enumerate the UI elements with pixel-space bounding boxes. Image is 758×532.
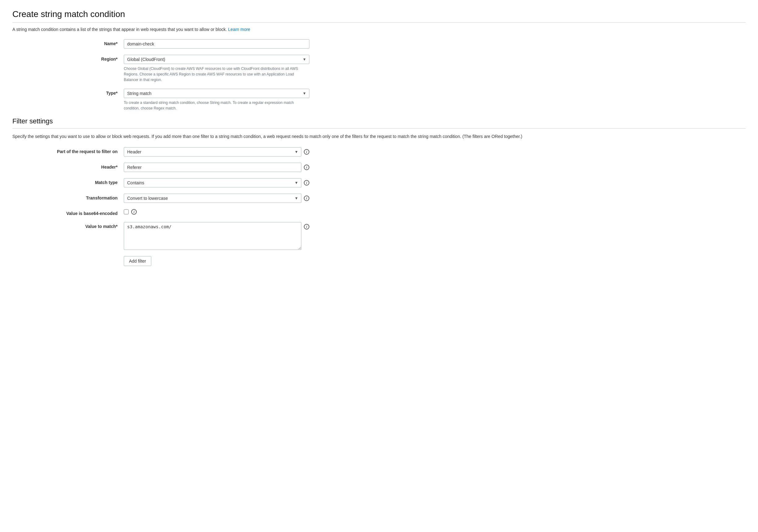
- page-description: A string match condition contains a list…: [12, 27, 746, 32]
- transformation-row: Transformation Convert to lowercase HTML…: [12, 194, 746, 203]
- name-input[interactable]: [124, 39, 309, 49]
- region-row: Region* Global (CloudFront) US East (N. …: [12, 55, 746, 83]
- value-textarea[interactable]: s3.amazonaws.com/: [124, 222, 301, 250]
- transformation-control: Convert to lowercase HTML decode URL dec…: [124, 194, 309, 203]
- transformation-select[interactable]: Convert to lowercase HTML decode URL dec…: [124, 194, 301, 203]
- header-row: Header* i: [12, 163, 746, 172]
- match-type-control: Contains Exactly matches Starts with End…: [124, 178, 309, 187]
- part-control: Header HTTP method Query string URI Body…: [124, 147, 309, 156]
- base64-checkbox-wrapper: [124, 209, 129, 214]
- base64-label: Value is base64-encoded: [12, 209, 124, 216]
- type-row: Type* String match Regex match ▼ To crea…: [12, 89, 746, 111]
- match-type-info-icon[interactable]: i: [304, 180, 309, 185]
- add-filter-button[interactable]: Add filter: [124, 256, 151, 266]
- part-info-icon[interactable]: i: [304, 149, 309, 155]
- filter-settings-title: Filter settings: [12, 117, 746, 125]
- base64-control: i: [124, 209, 309, 215]
- type-control: String match Regex match ▼ To create a s…: [124, 89, 309, 111]
- header-control: i: [124, 163, 309, 172]
- header-info-icon[interactable]: i: [304, 165, 309, 170]
- transformation-select-wrapper: Convert to lowercase HTML decode URL dec…: [124, 194, 301, 203]
- region-select[interactable]: Global (CloudFront) US East (N. Virginia…: [124, 55, 309, 64]
- region-label: Region*: [12, 55, 124, 62]
- value-label: Value to match*: [12, 222, 124, 229]
- transformation-info-icon[interactable]: i: [304, 195, 309, 201]
- type-select-wrapper: String match Regex match ▼: [124, 89, 309, 98]
- add-filter-section: Add filter: [12, 256, 746, 266]
- learn-more-link[interactable]: Learn more: [228, 27, 250, 32]
- header-input[interactable]: [124, 163, 301, 172]
- transformation-label: Transformation: [12, 194, 124, 200]
- part-select-wrapper: Header HTTP method Query string URI Body…: [124, 147, 301, 156]
- part-label: Part of the request to filter on: [12, 147, 124, 154]
- part-row: Part of the request to filter on Header …: [12, 147, 746, 156]
- region-control: Global (CloudFront) US East (N. Virginia…: [124, 55, 309, 83]
- match-type-label: Match type: [12, 178, 124, 185]
- base64-info-icon[interactable]: i: [131, 209, 137, 215]
- header-label: Header*: [12, 163, 124, 170]
- page-title: Create string match condition: [12, 9, 746, 19]
- value-info-icon[interactable]: i: [304, 224, 309, 229]
- match-type-row: Match type Contains Exactly matches Star…: [12, 178, 746, 187]
- base64-checkbox[interactable]: [124, 209, 129, 214]
- name-label: Name*: [12, 39, 124, 46]
- filter-form: Part of the request to filter on Header …: [12, 147, 746, 250]
- value-control: s3.amazonaws.com/ i: [124, 222, 309, 250]
- base64-row: Value is base64-encoded i: [12, 209, 746, 216]
- type-hint: To create a standard string match condit…: [124, 100, 309, 111]
- match-type-select-wrapper: Contains Exactly matches Starts with End…: [124, 178, 301, 187]
- name-row: Name*: [12, 39, 746, 49]
- part-select[interactable]: Header HTTP method Query string URI Body…: [124, 147, 301, 156]
- region-select-wrapper: Global (CloudFront) US East (N. Virginia…: [124, 55, 309, 64]
- value-row: Value to match* s3.amazonaws.com/ i: [12, 222, 746, 250]
- match-type-select[interactable]: Contains Exactly matches Starts with End…: [124, 178, 301, 187]
- filter-settings-description: Specify the settings that you want to us…: [12, 133, 746, 140]
- type-label: Type*: [12, 89, 124, 96]
- region-hint: Choose Global (CloudFront) to create AWS…: [124, 66, 309, 83]
- main-form: Name* Region* Global (CloudFront) US Eas…: [12, 39, 746, 111]
- name-control: [124, 39, 309, 49]
- title-divider: [12, 22, 746, 22]
- filter-divider: [12, 128, 746, 129]
- type-select[interactable]: String match Regex match: [124, 89, 309, 98]
